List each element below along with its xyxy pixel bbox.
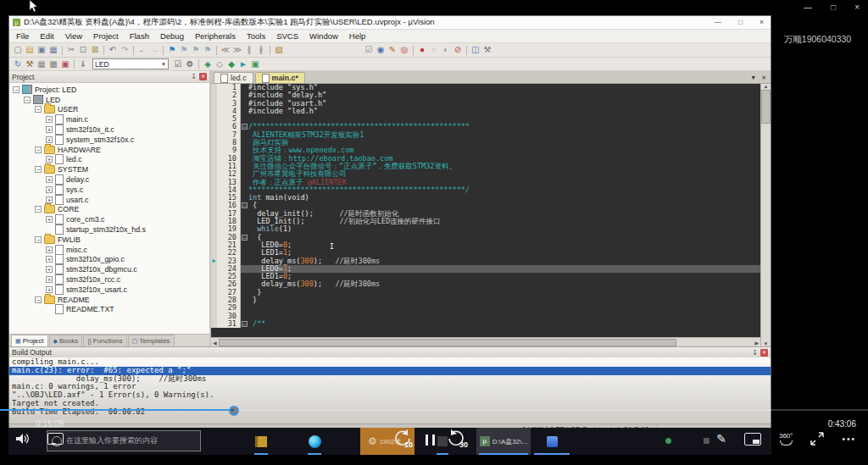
- build-icon[interactable]: ⚒: [24, 58, 36, 69]
- horizontal-scrollbar[interactable]: ◀ ▶: [211, 337, 760, 346]
- tab-list-icon[interactable]: ▼: [750, 75, 756, 81]
- collapse-icon[interactable]: −: [35, 106, 42, 113]
- player-maximize-button[interactable]: □: [831, 2, 836, 14]
- panel-tab-templates[interactable]: ▢Templates: [128, 335, 175, 346]
- tree-item-led[interactable]: −LED: [9, 95, 209, 105]
- tree-item-user[interactable]: −USER: [9, 105, 209, 115]
- bookmark-prev-icon[interactable]: ⚑: [178, 45, 190, 56]
- panel-tab-project[interactable]: ▦Project: [11, 335, 48, 346]
- code-line-30[interactable]: 30: [211, 313, 760, 320]
- uncomment-icon[interactable]: ∦: [255, 45, 267, 56]
- volume-button[interactable]: [15, 433, 30, 445]
- scroll-down-icon[interactable]: ▼: [764, 341, 769, 346]
- find-icon[interactable]: ◎: [398, 45, 410, 56]
- comment-icon[interactable]: ∥: [243, 45, 255, 56]
- tree-item-main-c[interactable]: +main.c: [9, 114, 209, 125]
- rebuild-icon[interactable]: ▦: [36, 58, 47, 69]
- code-line-21[interactable]: 21 LED0=0;: [211, 241, 760, 249]
- menu-file[interactable]: File: [16, 31, 29, 41]
- vertical-scrollbar[interactable]: ▲ ▼: [760, 84, 771, 346]
- tree-item-hardware[interactable]: −HARDWARE: [9, 145, 209, 155]
- breakpoint-enable-all-icon[interactable]: ◐: [440, 45, 452, 56]
- menu-svcs[interactable]: SVCS: [276, 31, 298, 41]
- collapse-icon[interactable]: −: [35, 147, 42, 153]
- tree-item-readme[interactable]: −README: [9, 295, 209, 305]
- expand-icon[interactable]: +: [46, 276, 53, 283]
- collapse-icon[interactable]: −: [24, 97, 31, 103]
- scroll-up-icon[interactable]: ▲: [764, 84, 769, 89]
- code-line-4[interactable]: 4#include "led.h": [211, 108, 760, 115]
- expand-icon[interactable]: +: [46, 156, 53, 163]
- menu-view[interactable]: View: [65, 31, 82, 41]
- uvision-maximize-button[interactable]: □: [738, 17, 743, 28]
- tree-item-led-c[interactable]: +led.c: [9, 155, 209, 165]
- editor-tab-led-c[interactable]: led.c: [214, 72, 253, 83]
- window-layout-icon[interactable]: ◫: [470, 45, 481, 56]
- annotate-icon[interactable]: ✎: [387, 45, 398, 56]
- tray-icon[interactable]: [665, 438, 671, 444]
- tray-icon[interactable]: [704, 438, 709, 444]
- expand-icon[interactable]: +: [46, 216, 53, 223]
- taskbar-item-uvision[interactable]: µ D:\A盘32\...: [476, 428, 531, 455]
- find-in-files-checkbox-icon[interactable]: ☑: [363, 45, 375, 56]
- tree-item-core[interactable]: −CORE: [9, 205, 209, 215]
- tree-item-fwlib[interactable]: −FWLIB: [9, 235, 209, 245]
- code-line-24[interactable]: 24 LED0=1;: [211, 265, 760, 273]
- open-file-icon[interactable]: ▤: [24, 45, 36, 56]
- bookmark-clear-icon[interactable]: ⚑: [202, 45, 214, 56]
- save-icon[interactable]: ▣: [36, 45, 47, 56]
- editor-tab-main-c-[interactable]: main.c*: [255, 72, 305, 83]
- menu-help[interactable]: Help: [349, 31, 366, 41]
- menu-tools[interactable]: Tools: [247, 31, 265, 41]
- code-line-26[interactable]: 26 delay_ms(300); //延时300ms: [211, 280, 760, 288]
- expand-icon[interactable]: +: [46, 256, 53, 263]
- pin-icon[interactable]: ↧: [191, 73, 197, 80]
- target-options-icon[interactable]: ⚙: [184, 58, 196, 69]
- menu-peripherals[interactable]: Peripherals: [195, 31, 236, 41]
- code-line-18[interactable]: 18 LED_Init(); //初始化与LED连接的硬件接口: [211, 218, 760, 225]
- navigate-forward-icon[interactable]: →: [148, 45, 160, 56]
- bookmark-toggle-icon[interactable]: ⚑: [166, 45, 178, 56]
- tree-item-startup-stm32f10x-hd-s[interactable]: startup_stm32f10x_hd.s: [9, 224, 209, 235]
- tree-item-system-stm32f10x-c[interactable]: +system_stm32f10x.c: [9, 135, 209, 145]
- notes-button[interactable]: ✎: [716, 432, 726, 446]
- tree-item-readme-txt[interactable]: README.TXT: [9, 305, 209, 315]
- fullscreen-button[interactable]: [810, 432, 824, 446]
- tree-item-project-led[interactable]: −Project: LED: [9, 85, 209, 95]
- code-line-27[interactable]: 27 }: [211, 289, 760, 296]
- manage-components-icon[interactable]: ►: [237, 58, 249, 69]
- code-line-20[interactable]: 20− {: [211, 234, 760, 241]
- configure-target-checkbox-icon[interactable]: ☑: [172, 58, 184, 69]
- tree-item-core-cm3-c[interactable]: +core_cm3.c: [9, 214, 209, 224]
- expand-icon[interactable]: +: [46, 197, 53, 203]
- menu-window[interactable]: Window: [309, 31, 338, 41]
- breakpoint-toggle-icon[interactable]: ●: [416, 45, 428, 56]
- collapse-icon[interactable]: −: [35, 166, 42, 173]
- paste-icon[interactable]: ⊠: [89, 45, 101, 56]
- undo-icon[interactable]: ↶: [107, 45, 119, 56]
- fold-icon[interactable]: −: [242, 321, 248, 327]
- download-flash-icon[interactable]: ⇓: [77, 58, 89, 69]
- forward-30-button[interactable]: 30: [447, 429, 469, 448]
- menu-flash[interactable]: Flash: [130, 31, 149, 41]
- tree-item-sys-c[interactable]: +sys.c: [9, 185, 209, 195]
- tree-item-misc-c[interactable]: +misc.c: [9, 245, 209, 255]
- taskbar-search-box[interactable]: 在这里输入你要搜索的内容: [47, 430, 201, 451]
- pause-button[interactable]: [426, 432, 435, 446]
- redo-icon[interactable]: ↷: [119, 45, 131, 56]
- expand-icon[interactable]: +: [46, 126, 53, 133]
- code-line-28[interactable]: 28 }: [211, 296, 760, 304]
- expand-icon[interactable]: +: [46, 266, 53, 273]
- scrollbar-thumb[interactable]: [761, 90, 771, 124]
- open-windows-icon[interactable]: ▧: [273, 45, 285, 56]
- expand-icon[interactable]: +: [46, 176, 53, 183]
- rotate-button[interactable]: 360°: [779, 433, 793, 446]
- code-line-7[interactable]: 7 ALIENTEK精英STM32开发板实验1: [211, 131, 760, 139]
- expand-icon[interactable]: +: [46, 136, 53, 143]
- picture-in-picture-button[interactable]: [744, 433, 761, 446]
- uvision-minimize-button[interactable]: —: [714, 17, 721, 28]
- taskbar-item-photos[interactable]: [532, 428, 571, 455]
- seek-bar[interactable]: [0, 409, 868, 412]
- expand-icon[interactable]: +: [46, 186, 53, 193]
- copy-icon[interactable]: ⊡: [77, 45, 89, 56]
